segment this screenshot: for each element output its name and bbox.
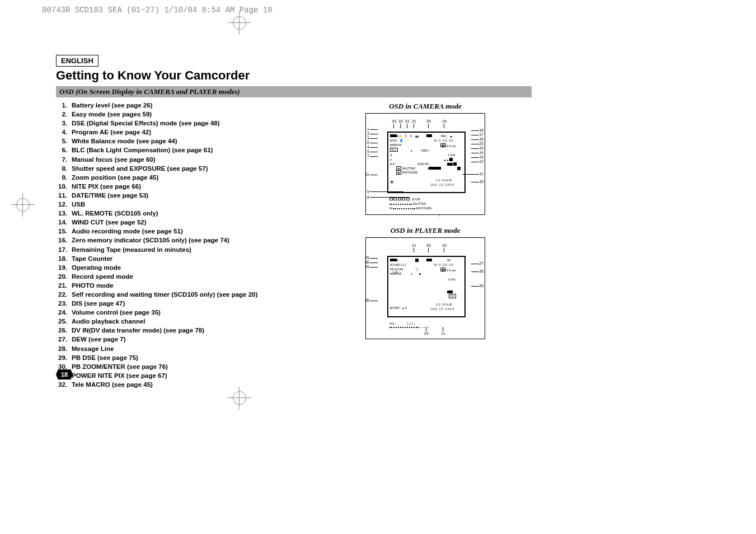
list-item: 32.Tele MACRO (see page 45): [56, 380, 319, 389]
list-number: 12.: [56, 200, 72, 209]
callout-num: 28: [479, 269, 483, 273]
list-text: PB DSE (see page 75): [72, 353, 138, 362]
list-item: 19.Operating mode: [56, 263, 319, 272]
rec-label: REC: [441, 134, 447, 138]
list-number: 28.: [56, 344, 72, 353]
section-title: OSD (On Screen Display in CAMERA and PLA…: [56, 86, 532, 97]
mirror-label: MIRROR: [390, 143, 401, 147]
zoom-label: ZOOM: [412, 198, 420, 201]
callout-num: 22: [405, 119, 410, 123]
list-text: Program AE (see page 42): [72, 128, 151, 137]
callout-num: 1: [367, 127, 369, 131]
callout-num: 21: [412, 119, 416, 123]
list-text: WL. REMOTE (SCD105 only): [72, 209, 158, 218]
list-text: Zoom position (see page 45): [72, 173, 158, 182]
callout-num: 2: [367, 132, 369, 135]
list-item: 2.Easy mode (see pages 59): [56, 110, 319, 119]
list-number: 25.: [56, 317, 72, 326]
list-text: BLC (Back Light Compensation) (see page …: [72, 146, 213, 154]
list-item: 7.Manual focus (see page 60): [56, 155, 319, 164]
player-screen: SP SOUND [ 2 ] M - 0 : 0 0 : 0 0 PB ZOOM…: [387, 256, 466, 317]
tape-icon: [440, 143, 446, 147]
callout-num: 24: [424, 331, 429, 335]
callout-num: 4: [367, 145, 369, 149]
battery-icon: [390, 259, 397, 261]
audio-label: 1 6 bit: [448, 278, 456, 281]
callout-num: 27: [479, 261, 483, 265]
callout-num: 26: [479, 284, 483, 288]
nitepix-label: NITE PIX: [417, 162, 429, 166]
list-number: 11.: [56, 191, 72, 200]
callout-num: 21: [412, 243, 416, 247]
list-text: Tape Counter: [72, 254, 112, 263]
mode-label: SP: [447, 259, 451, 262]
callout-num: 29: [365, 265, 369, 269]
list-number: 2.: [56, 110, 72, 119]
list-number: 19.: [56, 263, 72, 272]
callout-num: 12: [479, 160, 483, 163]
callout-num: 16: [479, 137, 483, 141]
date-label: J A N . 1 0 , 2 0 0 4: [430, 307, 454, 311]
list-number: 24.: [56, 308, 72, 317]
registration-mark-icon: [11, 193, 35, 217]
list-item: 1.Battery level (see page 26): [56, 101, 319, 110]
list-text: DV IN(DV data transfer mode) (see page 7…: [72, 326, 204, 335]
tape-label: TAPE !: [421, 149, 429, 152]
list-item: 4.Program AE (see page 42): [56, 128, 319, 137]
list-text: Manual focus (see page 60): [72, 155, 156, 164]
list-item: 31.POWER NITE PIX (see page 67): [56, 371, 319, 380]
list-number: 18.: [56, 254, 72, 263]
list-number: 15.: [56, 227, 72, 236]
list-item: 30.PB ZOOM/ENTER (see page 76): [56, 362, 319, 371]
list-text: Operating mode: [72, 263, 121, 272]
tape-icon: [440, 268, 446, 271]
list-text: Volume control (see page 35): [72, 308, 161, 317]
callout-num: 13: [479, 155, 483, 159]
time-label: 1 0 : 0 0 A M: [436, 303, 452, 306]
list-number: 7.: [56, 155, 72, 164]
shutter-label: SHUTTER: [412, 202, 426, 205]
list-text: Message Line: [72, 344, 114, 353]
list-text: Tele MACRO (see page 45): [72, 380, 153, 389]
list-text: POWER NITE PIX (see page 67): [72, 371, 167, 380]
list-item: 20.Record speed mode: [56, 272, 319, 281]
list-number: 10.: [56, 182, 72, 191]
language-label: ENGLISH: [56, 55, 98, 67]
exposure-label: EXPOSURE: [416, 207, 432, 210]
registration-mark-icon: [228, 386, 251, 410]
main-title: Getting to Know Your Camcorder: [56, 68, 532, 83]
date-label: J A N . 1 0 , 2 0 0 4: [430, 183, 454, 186]
callout-num: 8: [367, 195, 369, 199]
list-item: 15.Audio recording mode (see page 51): [56, 227, 319, 236]
battery-icon: [390, 134, 397, 137]
mf-label: M.F: [390, 162, 395, 166]
list-item: 12.USB: [56, 200, 319, 209]
list-number: 6.: [56, 146, 72, 154]
list-text: PB ZOOM/ENTER (see page 76): [72, 362, 168, 371]
list-item: 11.DATE/TIME (see page 53): [56, 191, 319, 200]
list-number: 29.: [56, 353, 72, 362]
list-item: 28.Message Line: [56, 344, 319, 353]
list-number: 32.: [56, 380, 72, 389]
list-item: 24.Volume control (see page 35): [56, 308, 319, 317]
list-text: DSE (Digital Special Effects) mode (see …: [72, 119, 220, 128]
list-number: 13.: [56, 209, 72, 218]
list-number: 20.: [56, 272, 72, 281]
osd-camera-diagram: 23 32 22 21 20 19 1 2 3 6: [365, 113, 485, 215]
callout-num: 18: [479, 128, 483, 132]
page-number: 18: [56, 369, 73, 380]
callout-num: 25: [479, 142, 483, 146]
list-text: DEW (see page 7): [72, 335, 126, 344]
callout-num: 20: [426, 243, 431, 247]
list-item: 17.Remaining Tape (measured in minutes): [56, 245, 319, 254]
list-number: 27.: [56, 335, 72, 344]
callout-num: 19: [442, 119, 447, 123]
callout-num: 17: [479, 133, 483, 137]
audio-label: 1 6 bit: [448, 153, 456, 157]
list-item: 25.Audio playback channel: [56, 317, 319, 326]
list-text: Remaining Tape (measured in minutes): [72, 245, 191, 254]
callout-num: 10: [479, 180, 483, 184]
counter-label: M - 0 : 0 0 : 0 0: [434, 139, 453, 142]
callout-num: 3: [367, 136, 369, 140]
list-text: Audio recording mode (see page 51): [72, 227, 183, 236]
